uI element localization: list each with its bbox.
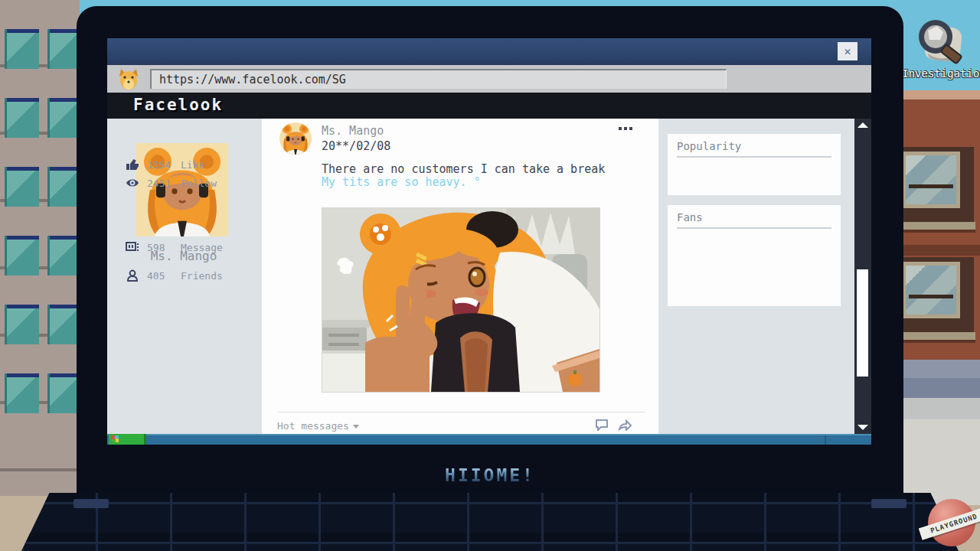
start-button[interactable]	[109, 434, 146, 445]
fans-card: Fans	[668, 205, 841, 306]
laptop-screen: ✕ https://www.facelook.com/SG Facelook	[107, 38, 871, 445]
caret-down-icon	[353, 425, 359, 429]
profile-picture[interactable]	[136, 143, 228, 236]
hot-messages-label: Hot messages	[277, 420, 349, 432]
playground-watermark: PLAYGROUND	[923, 497, 980, 551]
site-title: Facelook	[133, 96, 223, 114]
post-avatar[interactable]	[279, 122, 312, 155]
post-menu-icon[interactable]	[619, 127, 635, 131]
friends-count: 405	[147, 270, 173, 282]
message-count: 598	[147, 242, 173, 253]
follow-stat[interactable]: 2451 Follow	[126, 177, 217, 189]
post-author: Ms. Mango	[322, 124, 384, 138]
post-text-link[interactable]: My tits are so heavy. °	[322, 175, 481, 189]
laptop-hinge-left	[74, 499, 109, 508]
friends-label: Friends	[181, 270, 223, 282]
url-input[interactable]: https://www.facelook.com/SG	[150, 69, 727, 89]
browser-titlebar: ✕	[107, 38, 871, 65]
friends-stat[interactable]: 405 Friends	[126, 269, 223, 282]
scrollbar[interactable]	[854, 119, 871, 434]
like-stat[interactable]: 1354 Like	[126, 158, 204, 171]
comment-icon[interactable]	[595, 419, 609, 431]
site-header: Facelook	[107, 93, 871, 119]
investigation-label: Investigation	[902, 67, 980, 80]
follow-label: Follow	[181, 178, 217, 189]
message-label: Message	[181, 242, 223, 253]
person-icon	[126, 269, 139, 282]
taskbar-divider	[825, 435, 826, 445]
scroll-up-icon[interactable]	[858, 122, 868, 128]
feed-post: Ms. Mango 20**/02/08 There are no custom…	[262, 119, 658, 434]
follow-count: 2451	[147, 178, 173, 189]
doge-favicon	[118, 67, 139, 90]
page-content: Ms. Mango Ms. Mango 20**/02/08 There are…	[107, 119, 871, 434]
scrollbar-thumb[interactable]	[857, 269, 868, 377]
post-text-plain: There are no customers I can take a brea…	[322, 162, 605, 176]
game-scene: Investigation HIIOME! ✕ https://www.f	[0, 0, 980, 551]
like-label: Like	[181, 159, 204, 171]
start-logo-icon	[112, 435, 119, 442]
laptop-hinge-right	[871, 499, 906, 508]
scroll-down-icon[interactable]	[858, 425, 868, 430]
laptop-keyboard	[21, 493, 959, 551]
taskbar	[107, 434, 871, 445]
investigation-icon[interactable]	[910, 14, 968, 67]
popularity-title: Popularity	[677, 140, 831, 158]
background-building-left	[0, 0, 80, 496]
message-stat[interactable]: 598 Message	[126, 241, 223, 253]
message-icon	[126, 241, 139, 253]
thumbs-up-icon	[126, 158, 139, 171]
post-date: 20**/02/08	[322, 139, 390, 153]
like-count: 1354	[147, 159, 173, 171]
post-image[interactable]: 00	[322, 207, 600, 393]
post-divider	[277, 412, 645, 412]
fans-title: Fans	[677, 211, 831, 229]
share-icon[interactable]	[618, 419, 632, 431]
eye-icon	[126, 177, 139, 189]
post-text: There are no customers I can take a brea…	[322, 163, 606, 189]
popularity-card: Popularity	[668, 134, 841, 195]
laptop-brand-logo: HIIOME!	[0, 465, 980, 485]
close-button[interactable]: ✕	[838, 42, 858, 60]
browser-toolbar: https://www.facelook.com/SG	[107, 65, 871, 94]
hot-messages-dropdown[interactable]: Hot messages	[277, 420, 359, 432]
